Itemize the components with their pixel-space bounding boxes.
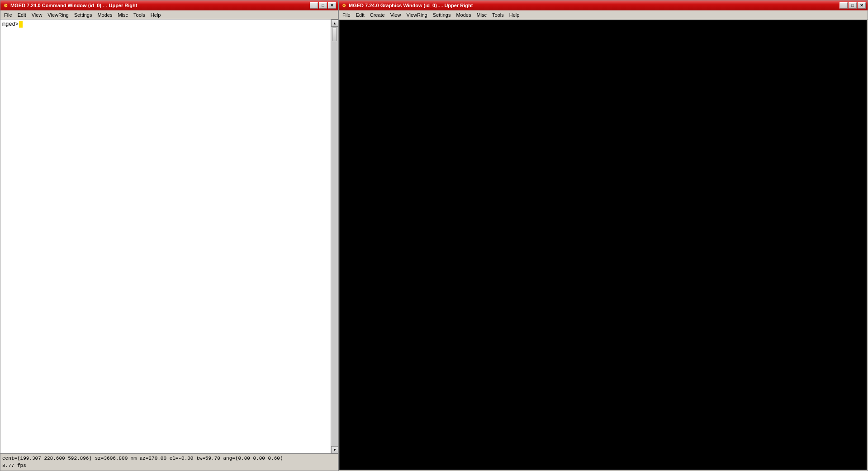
- command-menu-modes[interactable]: Modes: [95, 10, 115, 19]
- graphics-menu-settings[interactable]: Settings: [430, 10, 454, 19]
- graphics-window-titlebar[interactable]: ⚙ MGED 7.24.0 Graphics Window (id_0) - -…: [339, 0, 868, 10]
- command-menu-file[interactable]: File: [1, 10, 15, 19]
- graphics-close-button[interactable]: ✕: [858, 2, 866, 9]
- command-menu-view[interactable]: View: [29, 10, 45, 19]
- command-close-button[interactable]: ✕: [328, 2, 336, 9]
- scrollbar-track[interactable]: [331, 27, 338, 446]
- command-menu-help[interactable]: Help: [148, 10, 164, 19]
- scrollbar-thumb[interactable]: [332, 28, 337, 41]
- command-menu-edit[interactable]: Edit: [15, 10, 29, 19]
- graphics-window-controls: _ □ ✕: [840, 2, 866, 9]
- command-window-controls: _ □ ✕: [310, 2, 336, 9]
- graphics-window: ⚙ MGED 7.24.0 Graphics Window (id_0) - -…: [338, 0, 868, 471]
- status-line-2: 8.77 fps: [2, 462, 336, 469]
- command-window-titlebar[interactable]: ⚙ MGED 7.24.0 Command Window (id_0) - - …: [0, 0, 338, 10]
- scrollbar-up-button[interactable]: ▲: [331, 19, 338, 27]
- graphics-maximize-button[interactable]: □: [849, 2, 857, 9]
- graphics-menu-misc[interactable]: Misc: [474, 10, 489, 19]
- terminal-output[interactable]: mged>: [0, 19, 331, 453]
- command-menu-settings[interactable]: Settings: [71, 10, 95, 19]
- graphics-minimize-button[interactable]: _: [840, 2, 848, 9]
- command-menu-misc[interactable]: Misc: [115, 10, 131, 19]
- command-minimize-button[interactable]: _: [310, 2, 318, 9]
- graphics-menu-edit[interactable]: Edit: [353, 10, 367, 19]
- graphics-menu-viewring[interactable]: ViewRing: [403, 10, 430, 19]
- command-window-icon: ⚙: [2, 2, 9, 9]
- command-window-title: MGED 7.24.0 Command Window (id_0) - - Up…: [10, 3, 308, 8]
- terminal-cursor: [19, 21, 23, 28]
- graphics-menu-help[interactable]: Help: [507, 10, 522, 19]
- command-content-area: mged> ▲ ▼: [0, 19, 338, 453]
- command-menu-viewring[interactable]: ViewRing: [45, 10, 71, 19]
- graphics-menu-modes[interactable]: Modes: [453, 10, 474, 19]
- graphics-menu-tools[interactable]: Tools: [489, 10, 507, 19]
- graphics-menu-view[interactable]: View: [388, 10, 404, 19]
- command-maximize-button[interactable]: □: [319, 2, 327, 9]
- graphics-menu-bar: File Edit Create View ViewRing Settings …: [339, 10, 868, 19]
- prompt-line: mged>: [2, 21, 329, 28]
- graphics-window-icon: ⚙: [341, 2, 347, 9]
- graphics-window-title: MGED 7.24.0 Graphics Window (id_0) - - U…: [349, 3, 838, 8]
- graphics-menu-file[interactable]: File: [340, 10, 353, 19]
- command-menu-tools[interactable]: Tools: [131, 10, 148, 19]
- prompt-text: mged>: [2, 21, 19, 28]
- command-menu-bar: File Edit View ViewRing Settings Modes M…: [0, 10, 338, 19]
- status-line-1: cent=(199.307 228.600 592.896) sz=3606.8…: [2, 455, 336, 462]
- command-window: ⚙ MGED 7.24.0 Command Window (id_0) - - …: [0, 0, 338, 471]
- command-status-bar: cent=(199.307 228.600 592.896) sz=3606.8…: [0, 453, 338, 471]
- command-scrollbar[interactable]: ▲ ▼: [331, 19, 338, 453]
- graphics-viewport[interactable]: [339, 20, 867, 470]
- graphics-menu-create[interactable]: Create: [367, 10, 388, 19]
- scrollbar-down-button[interactable]: ▼: [331, 446, 338, 453]
